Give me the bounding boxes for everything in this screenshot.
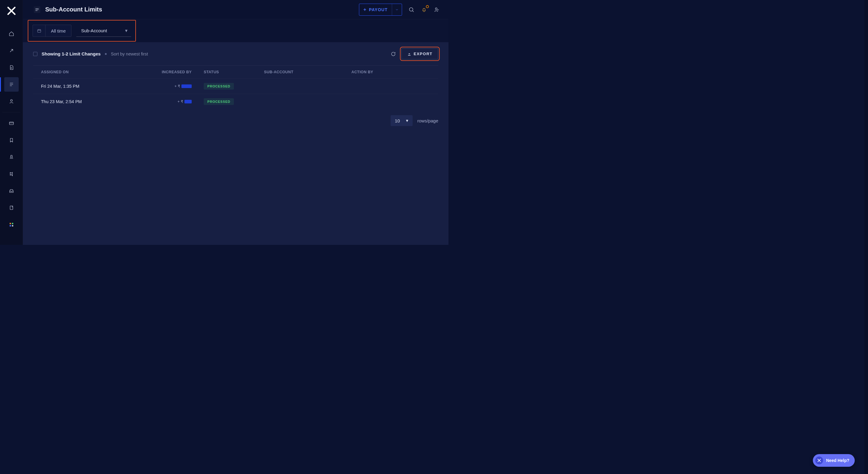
nav-send[interactable] [4,43,19,58]
col-increased-by: INCREASED BY [137,70,204,74]
sort-label[interactable]: Sort by newest first [111,52,148,56]
subaccount-filter-label: Sub-Account [81,28,107,33]
profile-button[interactable] [433,6,440,13]
table-row[interactable]: Thu 23 Mar, 2:54 PM + ₹ PROCESSED [33,94,438,109]
select-all-checkbox[interactable] [33,52,37,56]
cell-increased-by: + ₹ [137,84,204,88]
col-sub-account: SUB-ACCOUNT [264,70,351,74]
amount-sign: + [178,99,180,104]
nav-cards[interactable] [4,116,19,130]
pagination: 10 ▾ rows/page [33,109,438,132]
menu-toggle[interactable] [34,6,40,13]
subaccount-filter[interactable]: Sub-Account ▾ [76,25,131,37]
nav-apps[interactable] [4,217,19,232]
payout-dropdown[interactable] [392,4,402,16]
svg-rect-4 [12,223,13,224]
nav-location[interactable] [4,167,19,181]
payout-button[interactable]: + PAYOUT [359,4,402,16]
brand-logo [4,4,19,18]
showing-text: Showing 1-2 Limit Changes [41,51,101,56]
filter-bar: All time Sub-Account ▾ [23,19,448,42]
date-filter-label: All time [45,28,71,33]
cell-status: PROCESSED [204,83,264,90]
separator-dot-icon [105,53,107,55]
cell-assigned-on: Fri 24 Mar, 1:35 PM [41,84,137,89]
refresh-button[interactable] [390,51,397,57]
plus-icon: + [359,7,369,12]
status-badge: PROCESSED [204,83,234,90]
currency-symbol: ₹ [178,84,180,88]
notifications-button[interactable] [421,6,427,13]
nav-bookmark[interactable] [4,133,19,147]
content: Showing 1-2 Limit Changes Sort by newest… [23,42,448,245]
svg-rect-9 [37,30,41,32]
table-header: ASSIGNED ON INCREASED BY STATUS SUB-ACCO… [33,66,438,79]
nav-home[interactable] [4,27,19,41]
svg-rect-3 [10,223,11,224]
search-button[interactable] [408,6,415,13]
sidebar-divider [2,112,21,113]
col-status: STATUS [204,70,264,74]
cell-increased-by: + ₹ [137,99,204,104]
chevron-down-icon: ▾ [406,118,408,123]
amount-redacted [184,100,192,103]
main-area: Sub-Account Limits + PAYOUT [23,0,448,245]
sidebar [0,0,23,245]
date-filter[interactable]: All time [33,25,71,37]
cell-assigned-on: Thu 23 Mar, 2:54 PM [41,99,137,104]
table-row[interactable]: Fri 24 Mar, 1:35 PM + ₹ PROCESSED [33,79,438,94]
svg-point-0 [10,99,12,101]
currency-symbol: ₹ [181,99,183,104]
svg-rect-6 [12,225,13,227]
nav-book[interactable] [4,201,19,215]
col-assigned-on: ASSIGNED ON [41,70,137,74]
list-header: Showing 1-2 Limit Changes Sort by newest… [33,42,438,65]
svg-rect-5 [10,225,11,227]
calendar-icon [33,25,45,36]
rows-per-page-value: 10 [395,118,400,123]
chevron-down-icon: ▾ [125,28,127,33]
cell-status: PROCESSED [204,98,264,105]
nav-stamp[interactable] [4,150,19,164]
payout-label: PAYOUT [369,7,392,12]
filter-group-highlight: All time Sub-Account ▾ [28,20,136,41]
nav-document[interactable] [4,60,19,75]
nav-statements[interactable] [4,77,19,92]
topbar: Sub-Account Limits + PAYOUT [23,0,448,19]
svg-point-8 [435,7,437,9]
amount-sign: + [175,84,177,88]
limits-table: ASSIGNED ON INCREASED BY STATUS SUB-ACCO… [33,65,438,109]
svg-rect-1 [9,122,13,125]
export-label: EXPORT [414,52,433,56]
page-title: Sub-Account Limits [45,6,102,13]
nav-contacts[interactable] [4,94,19,109]
rows-per-page-label: rows/page [417,118,438,123]
rows-per-page-select[interactable]: 10 ▾ [391,115,412,126]
status-badge: PROCESSED [204,98,234,105]
amount-redacted [181,84,192,88]
export-button[interactable]: EXPORT [401,48,438,59]
svg-rect-2 [10,206,13,210]
nav-inbox[interactable] [4,184,19,198]
svg-point-7 [409,7,413,11]
col-action-by: ACTION BY [351,70,438,74]
notification-indicator-icon [426,5,429,8]
